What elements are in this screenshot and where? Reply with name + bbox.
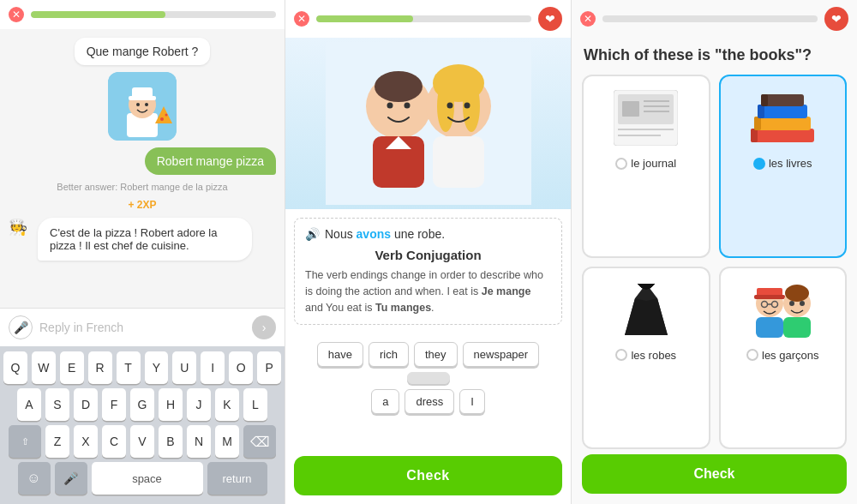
journal-label: le journal (615, 157, 676, 170)
key-l[interactable]: L (243, 388, 267, 421)
svg-point-49 (789, 301, 794, 306)
quiz-option-les-livres[interactable]: les livres (719, 75, 848, 258)
key-o[interactable]: O (229, 351, 253, 384)
key-u[interactable]: U (172, 351, 196, 384)
key-d[interactable]: D (74, 388, 98, 421)
quiz-heart-badge: ❤ (824, 7, 848, 31)
quiz-panel: ✕ ❤ Which of these is "the books"? (572, 0, 857, 504)
emoji-key[interactable]: ☺ (18, 462, 51, 495)
key-e[interactable]: E (60, 351, 84, 384)
svg-point-9 (165, 114, 168, 117)
key-h[interactable]: H (159, 388, 183, 421)
close-button[interactable]: ✕ (9, 7, 24, 22)
key-b[interactable]: B (159, 425, 183, 458)
shift-key[interactable]: ⇧ (9, 425, 41, 458)
garcons-text: les garçons (762, 349, 818, 362)
key-q[interactable]: Q (3, 351, 27, 384)
robes-radio (615, 349, 627, 361)
word-tile-a[interactable]: a (371, 389, 399, 414)
word-tile-rich[interactable]: rich (369, 342, 409, 367)
keyboard-row-2: A S D F G H J K L (3, 388, 281, 421)
backspace-key[interactable]: ⌫ (243, 425, 276, 458)
word-tile-i[interactable]: I (459, 389, 485, 414)
word-tile-have[interactable]: have (317, 342, 363, 367)
reply-input-placeholder[interactable]: Reply in French (39, 321, 245, 334)
chef-image (108, 72, 177, 141)
key-n[interactable]: N (187, 425, 211, 458)
lesson-close-button[interactable]: ✕ (294, 11, 309, 27)
svg-point-23 (464, 103, 470, 109)
tooltip-body: The verb endings change in order to desc… (305, 267, 551, 315)
svg-point-6 (145, 103, 148, 106)
livres-text: les livres (769, 157, 812, 170)
quiz-check-button[interactable]: Check (582, 454, 847, 494)
svg-point-8 (160, 117, 164, 121)
mic-key[interactable]: 🎤 (55, 462, 87, 495)
svg-point-48 (785, 285, 809, 302)
key-s[interactable]: S (45, 388, 69, 421)
quiz-option-le-journal[interactable]: le journal (582, 75, 710, 258)
sentence-text: Nous avons une robe. (325, 227, 445, 241)
key-t[interactable]: T (117, 351, 141, 384)
key-x[interactable]: X (74, 425, 98, 458)
key-j[interactable]: J (187, 388, 211, 421)
livres-label: les livres (753, 157, 812, 170)
tooltip-sentence: 🔊 Nous avons une robe. (305, 227, 551, 241)
quiz-option-les-garcons[interactable]: les garçons (719, 267, 848, 450)
livres-image (728, 83, 839, 152)
key-z[interactable]: Z (45, 425, 69, 458)
reply-bar: 🎤 Reply in French › (0, 308, 285, 346)
speaker-icon[interactable]: 🔊 (305, 227, 320, 241)
svg-rect-10 (326, 42, 531, 205)
key-v[interactable]: V (130, 425, 154, 458)
tooltip-box: 🔊 Nous avons une robe. Verb Conjugation … (294, 218, 562, 325)
key-a[interactable]: A (17, 388, 41, 421)
svg-rect-51 (783, 317, 811, 338)
word-tile-they[interactable]: they (414, 342, 458, 367)
key-p[interactable]: P (257, 351, 281, 384)
svg-point-22 (446, 103, 452, 109)
svg-point-5 (136, 103, 140, 106)
svg-rect-26 (622, 101, 639, 117)
better-answer-text: Better answer: Robert mange de la pizza (9, 182, 276, 192)
space-key[interactable]: space (92, 462, 203, 495)
bot-bubble: C'est de la pizza ! Robert adore la pizz… (38, 218, 252, 261)
robes-image (590, 275, 702, 344)
key-c[interactable]: C (102, 425, 126, 458)
svg-point-50 (800, 301, 805, 306)
keyboard-row-4: ☺ 🎤 space return (3, 462, 281, 495)
svg-rect-21 (433, 136, 484, 188)
chat-area: Que mange Robert ? (0, 29, 285, 308)
key-y[interactable]: Y (145, 351, 169, 384)
journal-text: le journal (631, 157, 676, 170)
svg-rect-36 (751, 129, 758, 142)
garcons-label: les garçons (746, 349, 818, 362)
lesson-progress-bar (316, 15, 531, 22)
keyboard-row-3: ⇧ Z X C V B N M ⌫ (3, 425, 281, 458)
key-m[interactable]: M (215, 425, 239, 458)
journal-radio (615, 158, 627, 170)
quiz-close-button[interactable]: ✕ (580, 11, 596, 27)
heart-badge: ❤ (538, 7, 562, 31)
svg-point-16 (404, 103, 410, 109)
key-g[interactable]: G (130, 388, 154, 421)
quiz-option-les-robes[interactable]: les robes (582, 267, 710, 450)
svg-rect-46 (756, 317, 783, 338)
bot-avatar: 🧑‍🍳 (9, 218, 33, 242)
key-i[interactable]: I (201, 351, 225, 384)
key-k[interactable]: K (215, 388, 239, 421)
word-tile-newspaper[interactable]: newspaper (463, 342, 540, 367)
word-tile-dress[interactable]: dress (405, 389, 454, 414)
key-f[interactable]: F (102, 388, 126, 421)
top-bar: ✕ (0, 0, 285, 29)
mic-icon[interactable]: 🎤 (9, 315, 33, 339)
key-w[interactable]: W (32, 351, 56, 384)
return-key[interactable]: return (207, 462, 267, 495)
svg-rect-39 (761, 94, 768, 106)
key-r[interactable]: R (88, 351, 112, 384)
send-button[interactable]: › (252, 315, 276, 339)
svg-rect-34 (758, 105, 807, 118)
lesson-illustration (285, 38, 571, 209)
avons-highlight: avons (357, 227, 391, 241)
check-button[interactable]: Check (294, 456, 562, 495)
